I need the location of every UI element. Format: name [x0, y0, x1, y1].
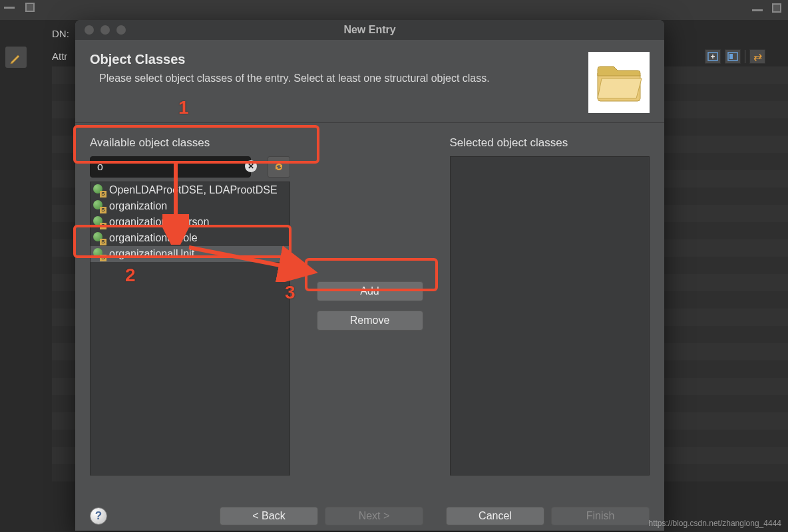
object-class-icon [93, 216, 105, 228]
header-text: Object Classes Please select object clas… [90, 52, 490, 84]
search-row: ✕ [90, 156, 290, 178]
add-panel-icon[interactable] [705, 49, 721, 64]
annotation-number-2: 2 [125, 265, 136, 286]
available-label: Available object classes [90, 136, 290, 150]
finish-button[interactable]: Finish [551, 507, 650, 525]
arrow-swap-icon[interactable]: ⇄ [749, 49, 765, 64]
object-class-icon [93, 232, 105, 244]
maximize-icon[interactable] [25, 3, 35, 12]
search-wrapper: ✕ [90, 156, 262, 178]
add-button[interactable]: Add [317, 281, 423, 301]
search-input[interactable] [90, 156, 251, 178]
back-button[interactable]: < Back [220, 507, 318, 525]
panel-icon[interactable] [725, 49, 741, 64]
list-item-label: OpenLDAProotDSE, LDAProotDSE [109, 184, 278, 196]
help-icon[interactable]: ? [90, 507, 107, 525]
background-toolbar [0, 0, 788, 20]
bg-window-controls-left [4, 7, 35, 12]
object-class-icon [93, 184, 105, 196]
minimize-icon[interactable] [752, 9, 763, 11]
list-item-label: organization [109, 200, 167, 212]
object-class-icon [93, 248, 105, 260]
new-entry-dialog: New Entry Object Classes Please select o… [75, 20, 664, 531]
pencil-tool-icon[interactable] [5, 47, 27, 68]
clear-search-icon[interactable]: ✕ [245, 160, 257, 172]
svg-rect-2 [729, 54, 733, 59]
right-toolbar-icons: ⇄ [705, 49, 765, 64]
dialog-title: New Entry [75, 24, 664, 36]
list-item[interactable]: organizationalUnit [91, 246, 290, 262]
refresh-button[interactable] [268, 156, 290, 178]
annotation-number-3: 3 [285, 282, 296, 303]
next-button[interactable]: Next > [325, 507, 423, 525]
dn-label: DN: [52, 28, 69, 39]
header-heading: Object Classes [90, 52, 490, 67]
list-item-label: organizationalUnit [109, 248, 194, 260]
middle-column: Add Remove [303, 136, 437, 475]
list-item-label: organizationalPerson [109, 216, 209, 228]
selected-label: Selected object classes [450, 136, 650, 150]
remove-button[interactable]: Remove [317, 311, 423, 331]
folder-icon [588, 52, 650, 113]
available-column: Available object classes ✕ OpenLDAProotD… [90, 136, 290, 475]
list-item[interactable]: organization [91, 198, 290, 214]
selected-listbox[interactable] [450, 156, 650, 475]
attr-label: Attr [52, 51, 67, 62]
dialog-footer: ? < Back Next > Cancel Finish [75, 507, 664, 531]
header-subtext: Please select object classes of the entr… [90, 72, 490, 84]
dialog-content: Available object classes ✕ OpenLDAProotD… [75, 123, 664, 489]
list-item[interactable]: organizationalPerson [91, 214, 290, 230]
maximize-icon[interactable] [772, 3, 781, 13]
bg-window-controls-right [752, 0, 788, 20]
dialog-titlebar: New Entry [75, 20, 664, 40]
annotation-number-1: 1 [178, 97, 189, 118]
watermark: https://blog.csdn.net/zhanglong_4444 [649, 519, 782, 528]
minimize-icon[interactable] [4, 7, 15, 9]
selected-column: Selected object classes [450, 136, 650, 475]
object-class-icon [93, 200, 105, 212]
cancel-button[interactable]: Cancel [446, 507, 544, 525]
list-item[interactable]: OpenLDAProotDSE, LDAProotDSE [91, 182, 290, 198]
separator [745, 50, 745, 63]
dialog-header: Object Classes Please select object clas… [75, 40, 664, 123]
list-item[interactable]: organizationalRole [91, 230, 290, 246]
list-item-label: organizationalRole [109, 232, 198, 244]
available-listbox[interactable]: OpenLDAProotDSE, LDAProotDSE organizatio… [90, 182, 290, 475]
